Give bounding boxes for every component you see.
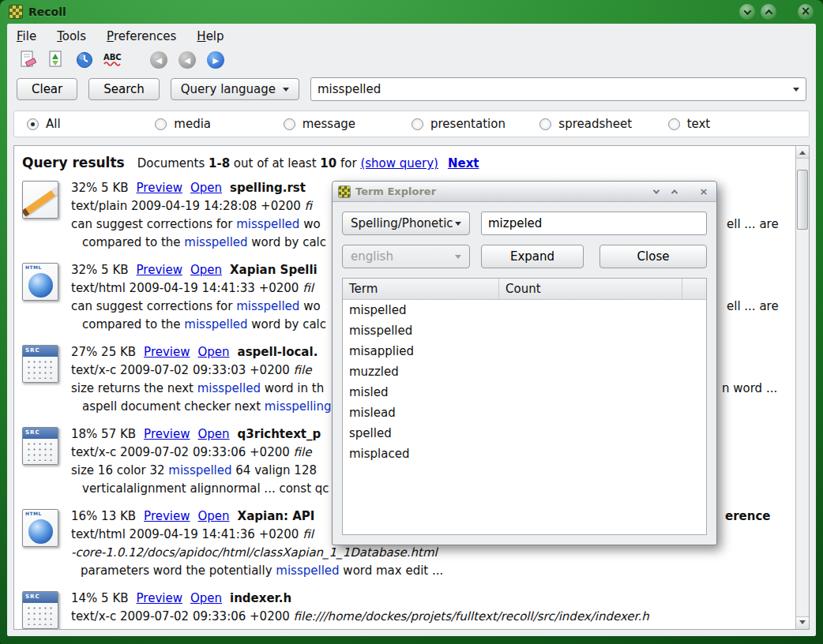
text-segment: for (336, 156, 360, 170)
clear-search-button[interactable] (17, 49, 39, 71)
query-history-button[interactable] (73, 49, 96, 71)
term-text: muzzled (349, 365, 399, 379)
term-input[interactable] (481, 212, 707, 235)
filter-text[interactable]: text (668, 117, 796, 131)
radio-icon[interactable] (668, 118, 680, 130)
menu-preferences[interactable]: Preferences (107, 29, 176, 43)
results-scrollbar[interactable] (795, 146, 809, 629)
filter-presentation[interactable]: presentation (412, 117, 539, 131)
text-segment: word by calc (248, 317, 326, 331)
result-title: indexer.h (230, 591, 291, 605)
text-file-icon (22, 181, 58, 219)
filter-spreadsheet[interactable]: spreadsheet (539, 117, 667, 131)
column-header-term[interactable]: Term (343, 279, 499, 299)
show-query-link[interactable]: (show query) (360, 156, 438, 170)
query-history-icon (74, 50, 95, 70)
term-explorer-button[interactable]: ABC (102, 49, 124, 71)
update-index-button[interactable] (45, 49, 67, 71)
scroll-up-button[interactable] (796, 146, 809, 159)
radio-icon[interactable] (27, 118, 39, 130)
term-row[interactable]: muzzled (343, 361, 706, 382)
scrollbar-thumb[interactable] (797, 170, 808, 230)
menu-help[interactable]: Help (197, 29, 224, 43)
preview-link[interactable]: Preview (144, 509, 190, 523)
dialog-close-button[interactable]: × (697, 185, 710, 198)
text-segment: wo (299, 299, 320, 313)
text-segment: text/html 2009-04-19 14:41:36 +0200 (71, 527, 303, 541)
prev-page-button[interactable]: ◀ (176, 49, 198, 71)
term-row[interactable]: misplaced (343, 444, 706, 464)
scroll-down-button[interactable] (796, 616, 809, 629)
term-row[interactable]: spelled (343, 423, 706, 444)
open-link[interactable]: Open (190, 181, 222, 195)
text-segment: text/plain 2009-04-19 14:28:08 +0200 (71, 199, 305, 213)
open-link[interactable]: Open (197, 345, 229, 359)
arrow-up-icon (799, 148, 806, 155)
preview-link[interactable]: Preview (144, 345, 190, 359)
text-segment: erence (725, 507, 771, 526)
preview-link[interactable]: Preview (144, 427, 190, 441)
menu-tools[interactable]: Tools (57, 29, 86, 43)
mode-combo[interactable]: Spelling/Phonetic (342, 212, 470, 235)
text-segment: 14% 5 KB (71, 591, 129, 605)
open-link[interactable]: Open (190, 591, 222, 605)
next-page-button[interactable]: ▶ (205, 49, 227, 71)
radio-icon[interactable] (412, 118, 423, 130)
open-link[interactable]: Open (197, 427, 229, 441)
menu-file[interactable]: File (17, 29, 36, 43)
filter-label: text (687, 117, 711, 131)
clear-button[interactable]: Clear (17, 78, 77, 100)
window-maximize-button[interactable] (761, 4, 776, 20)
result-head: 14% 5 KBPreviewOpenindexer.h (71, 590, 794, 608)
source-file-icon (22, 427, 58, 465)
filter-label: spreadsheet (558, 117, 632, 131)
text-segment: Documents (137, 156, 209, 170)
text-segment: word by calc (248, 235, 326, 249)
window-controls: × (739, 4, 814, 20)
preview-link[interactable]: Preview (137, 263, 182, 277)
expand-button[interactable]: Expand (481, 245, 584, 268)
radio-icon[interactable] (155, 118, 167, 130)
dialog-maximize-button[interactable] (668, 185, 681, 198)
search-button[interactable]: Search (88, 78, 160, 100)
next-page-link[interactable]: Next (448, 156, 479, 170)
query-dropdown-button[interactable] (793, 88, 799, 95)
query-language-combo[interactable]: Query language (171, 78, 299, 100)
filter-media[interactable]: media (155, 117, 283, 131)
term-row[interactable]: misspelled (343, 320, 706, 341)
highlighted-term: misspelled (197, 381, 261, 395)
radio-icon[interactable] (539, 118, 551, 130)
text-segment: -core-1.0.12/docs/apidoc/html/classXapia… (71, 545, 438, 560)
scrollbar-track[interactable] (796, 159, 809, 616)
dialog-close-pushbutton[interactable]: Close (599, 245, 707, 268)
arrow-down-icon (799, 620, 806, 627)
first-page-button[interactable]: ◀ (148, 49, 170, 71)
highlighted-term: misspelled (184, 317, 247, 331)
term-row[interactable]: mispelled (343, 300, 706, 320)
highlighted-term: misspelled (276, 564, 339, 578)
chevron-down-icon (455, 222, 461, 229)
window-close-button[interactable]: × (798, 4, 814, 20)
term-row[interactable]: misled (343, 382, 706, 402)
text-segment: 18% 57 KB (71, 427, 136, 441)
text-segment: 1-8 (209, 156, 230, 170)
preview-link[interactable]: Preview (137, 591, 182, 605)
recoll-window: Recoll × FileToolsPreferencesHelp (0, 0, 823, 644)
window-shade-button[interactable] (739, 4, 755, 20)
text-segment: compared to the (82, 235, 184, 249)
window-titlebar: Recoll × (0, 0, 823, 24)
text-segment: wo (299, 217, 320, 231)
open-link[interactable]: Open (190, 263, 222, 277)
open-link[interactable]: Open (197, 509, 229, 523)
term-row[interactable]: misapplied (343, 341, 706, 361)
radio-icon[interactable] (284, 118, 295, 130)
dialog-shade-button[interactable] (650, 185, 663, 198)
term-row[interactable]: mislead (343, 402, 706, 423)
query-input[interactable] (318, 82, 793, 96)
filter-all[interactable]: All (27, 117, 155, 131)
column-header-count[interactable]: Count (499, 279, 682, 299)
preview-link[interactable]: Preview (137, 181, 182, 195)
recoll-app-icon (339, 186, 350, 197)
result-title: Xapian Spelli (230, 263, 318, 277)
filter-message[interactable]: message (284, 117, 412, 131)
